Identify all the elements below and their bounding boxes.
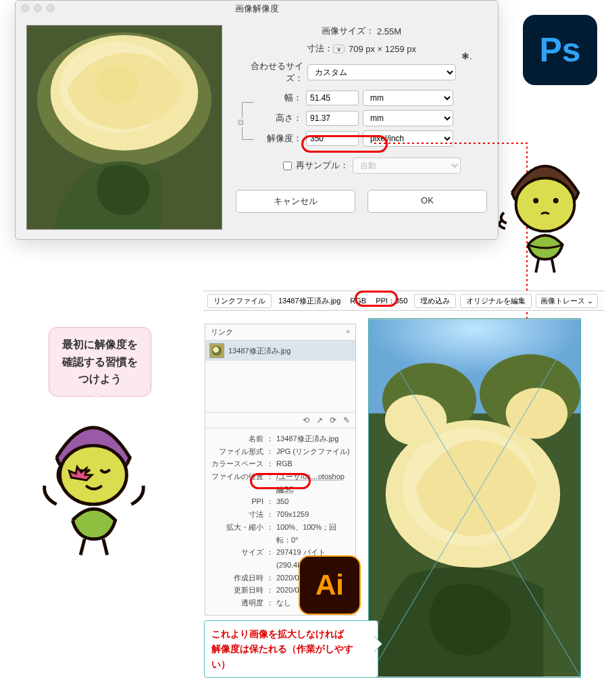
svg-point-5 xyxy=(516,178,575,231)
width-unit-select[interactable]: mm xyxy=(363,90,453,106)
svg-point-17 xyxy=(506,388,567,439)
svg-point-6 xyxy=(533,198,538,203)
svg-line-9 xyxy=(552,259,555,273)
height-unit-select[interactable]: mm xyxy=(363,110,453,126)
preview-thumbnail xyxy=(26,25,222,230)
dimensions-label: 寸法： xyxy=(307,43,333,55)
link-thumbnail xyxy=(209,343,224,358)
update-link-icon[interactable]: ⟳ xyxy=(330,416,336,425)
embed-button[interactable]: 埋め込み xyxy=(414,294,456,308)
photoshop-image-size-dialog: 画像解像度 ✱. 画像サイズ： 2.55M 寸法： ∨ xyxy=(15,0,499,240)
svg-line-24 xyxy=(80,539,84,555)
cancel-button[interactable]: キャンセル xyxy=(236,190,355,213)
link-file-chip[interactable]: リンクファイル xyxy=(207,294,272,308)
illustrator-control-bar: リンクファイル 13487修正済み.jpg RGB PPI：350 埋め込み オ… xyxy=(203,291,605,311)
goto-link-icon[interactable]: ↗ xyxy=(316,416,323,425)
link-dimensions-icon[interactable]: ⧉ xyxy=(238,118,244,127)
image-trace-select[interactable]: 画像トレース ⌄ xyxy=(536,294,598,308)
width-input[interactable] xyxy=(306,91,359,105)
resample-checkbox[interactable] xyxy=(283,161,292,170)
svg-point-7 xyxy=(553,198,559,203)
fit-to-label: 合わせるサイズ： xyxy=(236,60,303,84)
svg-line-25 xyxy=(103,539,107,555)
links-panel-title: リンク xyxy=(211,327,233,337)
image-size-value: 2.55M xyxy=(377,26,401,36)
edit-original-button[interactable]: オリジナルを編集 xyxy=(460,294,532,308)
edit-original-icon[interactable]: ✎ xyxy=(343,416,350,425)
character-chestnut-right xyxy=(499,153,592,286)
resample-label: 再サンプル： xyxy=(296,159,349,172)
width-label: 幅： xyxy=(260,92,302,104)
dialog-titlebar[interactable]: 画像解像度 xyxy=(16,1,498,17)
dimensions-value: 709 px × 1259 px xyxy=(349,44,416,54)
speech-bubble-habit: 最初に解像度を 確認する習慣を つけよう xyxy=(49,327,151,397)
toolbar-colorspace: RGB xyxy=(347,295,369,306)
image-size-label: 画像サイズ： xyxy=(322,25,374,37)
panel-collapse-icon[interactable]: « xyxy=(346,327,350,337)
callout-resolution-note: これより画像を拡大しなければ 解像度は保たれる（作業がしやすい） xyxy=(204,620,378,678)
svg-point-16 xyxy=(385,395,447,446)
links-list[interactable]: 13487修正済み.jpg xyxy=(205,341,355,412)
placed-image-on-artboard[interactable] xyxy=(368,318,581,678)
relink-icon[interactable]: ⟲ xyxy=(303,416,309,425)
list-item[interactable]: 13487修正済み.jpg xyxy=(205,341,355,361)
resample-select[interactable]: 自動 xyxy=(353,157,461,174)
height-label: 高さ： xyxy=(260,112,302,124)
ok-button[interactable]: OK xyxy=(368,190,487,213)
toolbar-ppi: PPI：350 xyxy=(373,295,410,307)
photoshop-app-icon: Ps xyxy=(523,15,597,85)
dimensions-dropdown-icon[interactable]: ∨ xyxy=(333,45,345,53)
gear-icon[interactable]: ✱. xyxy=(461,51,472,61)
height-input[interactable] xyxy=(306,111,359,126)
illustrator-app-icon: Ai xyxy=(299,555,361,615)
resolution-label: 解像度： xyxy=(260,132,302,145)
resolution-highlight-oval xyxy=(301,135,388,153)
dialog-title: 画像解像度 xyxy=(235,3,279,14)
fit-to-select[interactable]: カスタム xyxy=(307,64,456,80)
svg-line-8 xyxy=(536,259,538,273)
toolbar-filename: 13487修正済み.jpg xyxy=(276,295,343,307)
link-item-name: 13487修正済み.jpg xyxy=(228,346,290,356)
character-chestnut-left xyxy=(36,411,150,571)
window-controls[interactable] xyxy=(21,4,55,12)
